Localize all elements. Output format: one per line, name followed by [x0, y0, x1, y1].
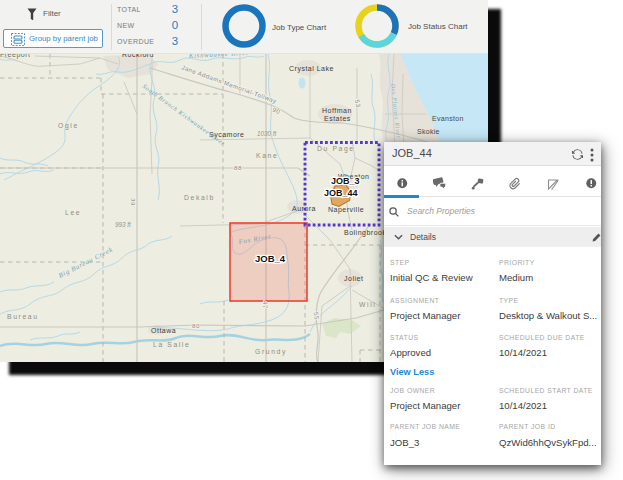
svg-text:Ottawa: Ottawa: [151, 327, 176, 334]
svg-text:Skokie: Skokie: [417, 128, 440, 135]
svg-text:Joliet: Joliet: [344, 275, 363, 282]
svg-text:La Salle: La Salle: [153, 341, 190, 348]
svg-text:Dekalb: Dekalb: [184, 194, 215, 201]
svg-text:Estates: Estates: [324, 115, 351, 122]
svg-text:Will: Will: [359, 301, 376, 308]
svg-text:Ogle: Ogle: [58, 122, 79, 130]
svg-text:JOB_44: JOB_44: [324, 188, 358, 198]
svg-text:39: 39: [130, 198, 137, 206]
svg-text:Bureau: Bureau: [7, 313, 39, 320]
svg-text:88: 88: [234, 164, 242, 171]
svg-text:Naperville: Naperville: [328, 206, 364, 214]
svg-text:Bolingbrook: Bolingbrook: [344, 229, 386, 237]
svg-text:Kane: Kane: [256, 152, 278, 159]
svg-text:JOB_3: JOB_3: [331, 176, 360, 186]
svg-text:Du Page: Du Page: [317, 145, 355, 153]
svg-text:Rockford: Rockford: [122, 54, 154, 58]
svg-text:Evanston: Evanston: [432, 115, 464, 122]
svg-text:Lee: Lee: [65, 209, 81, 216]
svg-text:993 ft: 993 ft: [115, 221, 131, 228]
svg-text:47: 47: [262, 301, 269, 309]
svg-text:53: 53: [354, 99, 362, 108]
svg-text:JOB_4: JOB_4: [255, 253, 286, 264]
svg-text:1030 ft: 1030 ft: [257, 130, 277, 137]
svg-text:80: 80: [192, 322, 200, 329]
svg-text:Grundy: Grundy: [255, 348, 287, 356]
svg-text:Hoffman: Hoffman: [322, 107, 352, 114]
svg-text:55: 55: [313, 312, 321, 321]
svg-text:Crystal Lake: Crystal Lake: [289, 65, 334, 73]
